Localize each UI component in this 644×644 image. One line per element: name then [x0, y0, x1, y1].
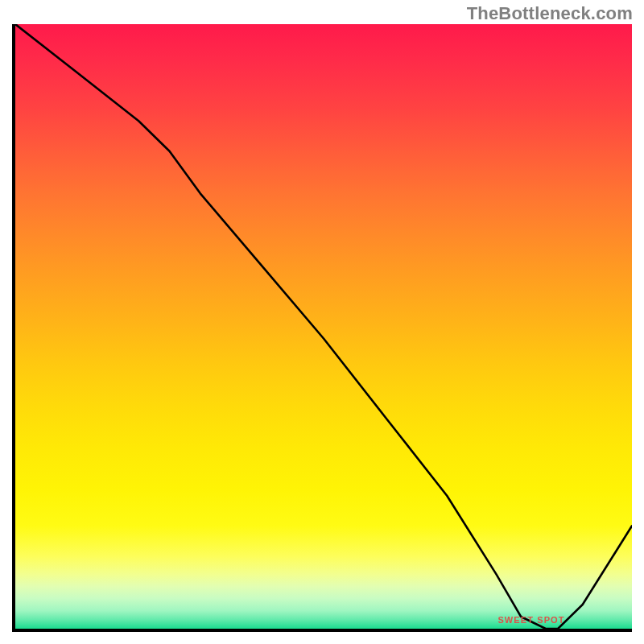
- watermark-text: TheBottleneck.com: [467, 3, 633, 24]
- line-chart-svg: [15, 24, 632, 629]
- plot-gradient-background: SWEET SPOT: [15, 24, 632, 629]
- sweet-spot-label: SWEET SPOT: [497, 615, 564, 625]
- plot-frame: SWEET SPOT: [12, 24, 632, 632]
- chart-stage: TheBottleneck.com SWEET SPOT: [0, 0, 644, 644]
- curve-path: [15, 24, 632, 629]
